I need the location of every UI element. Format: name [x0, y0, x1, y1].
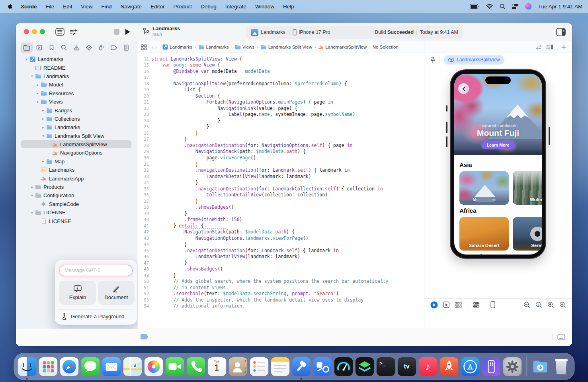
file-tree-item-landmarks-split-view[interactable]: ▾Landmarks Split View: [16, 132, 137, 140]
code-line-24[interactable]: 24 }: [138, 118, 424, 124]
file-tree-item-landmarks[interactable]: ▸Landmarks: [16, 123, 137, 131]
code-line-33[interactable]: 33 LandmarkDetailView(landmark: landmark…: [138, 173, 424, 180]
dock-icon-launchpad[interactable]: [39, 357, 57, 376]
learn-more-button[interactable]: Learn More: [481, 141, 515, 149]
line-number[interactable]: 35: [138, 186, 151, 191]
zoom-button[interactable]: [40, 29, 45, 34]
menu-item-help[interactable]: Help: [279, 4, 299, 10]
line-number[interactable]: 30: [138, 155, 151, 160]
apple-logo-icon[interactable]: [7, 3, 13, 9]
generate-playground-button[interactable]: Generate a Playground: [61, 313, 124, 320]
landmark-card-seren[interactable]: Seren: [513, 217, 542, 251]
code-line-25[interactable]: 25 }: [138, 124, 424, 130]
back-button[interactable]: [458, 83, 469, 94]
variants-grid-icon[interactable]: [455, 302, 462, 308]
line-number[interactable]: 45: [138, 248, 151, 253]
file-tree-item-landmarks[interactable]: ▾Landmarks: [16, 72, 137, 80]
file-tree-item-map[interactable]: ▸Map: [16, 157, 137, 166]
code-line-54[interactable]: 54 // additional information.: [138, 303, 424, 310]
file-tree-item-navigationoptions[interactable]: NavigationOptions: [16, 149, 137, 157]
dock-icon-downloads[interactable]: [531, 357, 549, 376]
disclosure-open-icon[interactable]: ▾: [24, 57, 29, 61]
landmark-card-fuji[interactable]: Mount Fuji: [459, 171, 509, 205]
dock-icon-settings[interactable]: [503, 357, 522, 376]
navigator-tab-issues-icon[interactable]: [70, 43, 82, 53]
disclosure-open-icon[interactable]: ▾: [29, 211, 35, 215]
editor-options-icon[interactable]: [546, 44, 553, 50]
stop-button[interactable]: [113, 29, 120, 35]
line-number[interactable]: 49: [138, 273, 151, 278]
code-line-48[interactable]: 48 .showsBadges(): [138, 266, 424, 272]
line-number[interactable]: 33: [138, 174, 151, 179]
code-line-50[interactable]: 50 // Adds global search, where the syst…: [138, 278, 424, 285]
line-number[interactable]: 39: [138, 211, 151, 216]
line-number[interactable]: 25: [138, 124, 151, 129]
navigator-tab-project-icon[interactable]: [21, 43, 33, 53]
menu-item-xcode[interactable]: Xcode: [16, 4, 41, 10]
line-number[interactable]: 40: [138, 217, 151, 222]
breadcrumb-segment[interactable]: Landmarks›: [162, 44, 196, 50]
file-tree-item-badges[interactable]: ▸Badges: [16, 106, 137, 114]
line-number[interactable]: 11: [138, 57, 151, 61]
line-number[interactable]: 48: [138, 266, 151, 271]
swap-editors-icon[interactable]: [535, 45, 542, 50]
code-line-40[interactable]: 40 .frame(minWidth: 150): [138, 216, 424, 223]
line-number[interactable]: 50: [138, 279, 151, 284]
code-line-20[interactable]: 20 Section {: [138, 93, 424, 99]
siri-icon[interactable]: [525, 3, 531, 10]
menu-item-product[interactable]: Product: [169, 4, 196, 10]
dock-icon-contacts[interactable]: [229, 357, 247, 376]
compose-sparkle-icon[interactable]: [68, 27, 79, 37]
code-line-31[interactable]: 31 }: [138, 161, 424, 167]
menu-item-navigate[interactable]: Navigate: [116, 4, 146, 10]
line-number[interactable]: 17: [138, 75, 151, 80]
file-tree-item-views[interactable]: ▾Views: [16, 98, 137, 106]
selectable-mode-icon[interactable]: [443, 302, 449, 308]
navigator-tab-breakpoints-icon[interactable]: [108, 43, 120, 53]
scheme-selector[interactable]: Landmarks › iPhone 17 Pro Build Succeede…: [246, 26, 463, 39]
line-number[interactable]: 28: [138, 143, 151, 148]
file-tree-item-license[interactable]: ▾LICENSE: [16, 208, 137, 217]
line-number[interactable]: 53: [138, 298, 151, 302]
related-items-icon[interactable]: [141, 44, 147, 50]
scheme-device-name[interactable]: iPhone 17 Pro: [299, 29, 330, 35]
code-line-17[interactable]: 17: [138, 74, 424, 81]
disclosure-closed-icon[interactable]: ▸: [35, 83, 40, 87]
code-line-11[interactable]: 11struct LandmarksSplitView: View {: [138, 56, 424, 62]
menu-clock[interactable]: Tue Apr 1 9:41 AM: [538, 4, 582, 10]
disclosure-open-icon[interactable]: ▾: [41, 134, 46, 138]
line-number[interactable]: 16: [138, 69, 151, 74]
code-line-51[interactable]: 51 // in content views.: [138, 284, 424, 291]
line-number[interactable]: 36: [138, 192, 151, 197]
line-number[interactable]: 54: [138, 304, 151, 308]
code-line-36[interactable]: 36 CollectionDetailView(collection: coll…: [138, 192, 424, 198]
file-tree-item-collections[interactable]: ▸Collections: [16, 115, 137, 123]
code-line-53[interactable]: 53 // Adds the inspector, which the land…: [138, 297, 424, 303]
dock-icon-notes[interactable]: [271, 357, 289, 376]
pin-icon[interactable]: [430, 57, 436, 63]
dock-icon-mail[interactable]: [102, 357, 121, 376]
file-tree-item-landmarks[interactable]: Landmarks: [16, 166, 137, 174]
dock-icon-layers[interactable]: [355, 357, 374, 376]
code-area[interactable]: 11struct LandmarksSplitView: View {15 va…: [138, 56, 424, 329]
document-button[interactable]: Document: [98, 281, 135, 305]
zoom-out-icon[interactable]: [524, 302, 530, 308]
zoom-in-icon[interactable]: [559, 302, 566, 308]
breadcrumb-segment[interactable]: LandmarksSplitView›: [318, 44, 370, 50]
code-line-45[interactable]: 45 .navigationDestination(for: Landmark.…: [138, 247, 424, 254]
dock-icon-finder[interactable]: [18, 357, 36, 376]
code-marker-tag[interactable]: [141, 334, 148, 339]
dock-icon-phone[interactable]: [186, 357, 205, 376]
dock-icon-trash[interactable]: [552, 357, 570, 376]
line-number[interactable]: 19: [138, 87, 151, 92]
dock-icon-music[interactable]: ♪: [418, 357, 437, 376]
line-number[interactable]: 52: [138, 291, 151, 296]
code-line-15[interactable]: 15 var body: some View {: [138, 62, 424, 69]
dock-icon-reminders[interactable]: [250, 357, 268, 376]
run-button[interactable]: [124, 28, 131, 35]
line-number[interactable]: 51: [138, 285, 151, 290]
code-line-30[interactable]: 30 page.viewForPage(): [138, 155, 424, 161]
code-line-44[interactable]: 44 }: [138, 241, 424, 247]
dock-icon-messages[interactable]: [81, 357, 100, 376]
navigator-tab-tests-icon[interactable]: [83, 43, 95, 53]
